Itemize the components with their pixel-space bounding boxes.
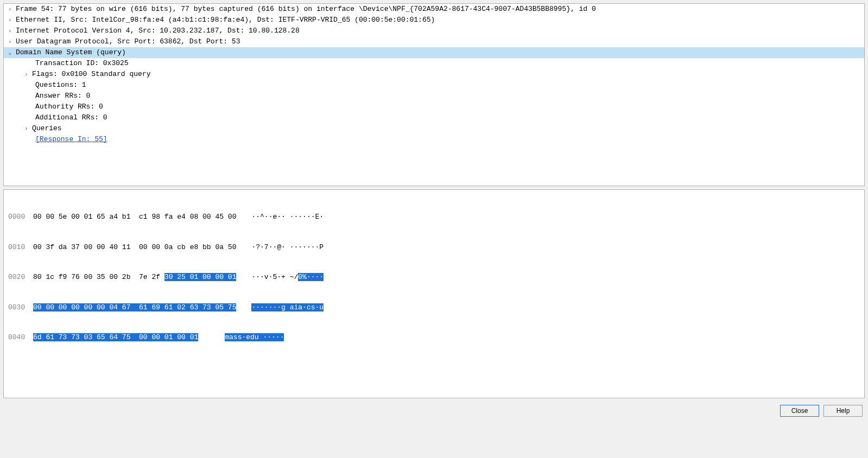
- chevron-right-icon[interactable]: ›: [24, 69, 32, 80]
- tree-row-udp[interactable]: › User Datagram Protocol, Src Port: 6386…: [4, 36, 864, 47]
- dns-text: Domain Name System (query): [16, 47, 126, 58]
- additional-text: Additional RRs: 0: [35, 112, 107, 123]
- authority-text: Authority RRs: 0: [35, 101, 103, 112]
- hex-row[interactable]: 0030 00 00 00 00 00 00 04 67 61 69 61 02…: [8, 303, 860, 313]
- tree-row-transaction[interactable]: Transaction ID: 0x3025: [4, 58, 864, 69]
- tree-row-ip[interactable]: › Internet Protocol Version 4, Src: 10.2…: [4, 26, 864, 36]
- hex-row[interactable]: 0040 6d 61 73 73 03 65 64 75 00 00 01 00…: [8, 333, 860, 343]
- chevron-right-icon[interactable]: ›: [8, 4, 16, 15]
- tree-row-ethernet[interactable]: › Ethernet II, Src: IntelCor_98:fa:e4 (a…: [4, 15, 864, 26]
- hex-ascii: ···v·5·+ ~/0%····: [251, 272, 324, 283]
- chevron-right-icon[interactable]: ›: [8, 26, 16, 36]
- hex-bytes: 80 1c f9 76 00 35 00 2b 7e 2f 30 25 01 0…: [33, 272, 236, 283]
- chevron-right-icon[interactable]: ›: [8, 15, 16, 26]
- answer-text: Answer RRs: 0: [35, 91, 90, 101]
- tree-row-answer[interactable]: Answer RRs: 0: [4, 91, 864, 101]
- questions-text: Questions: 1: [35, 80, 86, 91]
- tree-row-additional[interactable]: Additional RRs: 0: [4, 112, 864, 123]
- chevron-down-icon[interactable]: ⌄: [8, 47, 16, 58]
- hex-bytes: 00 00 00 00 00 00 04 67 61 69 61 02 63 7…: [33, 303, 236, 313]
- hex-bytes: 00 3f da 37 00 00 40 11 00 00 0a cb e8 b…: [33, 243, 236, 253]
- tree-row-dns[interactable]: ⌄ Domain Name System (query): [4, 47, 864, 58]
- queries-text: Queries: [32, 123, 62, 134]
- tree-row-queries[interactable]: › Queries: [4, 123, 864, 134]
- hex-row[interactable]: 0010 00 3f da 37 00 00 40 11 00 00 0a cb…: [8, 243, 860, 253]
- hex-ascii: ·······g aia·cs·u: [251, 303, 324, 313]
- chevron-right-icon[interactable]: ›: [24, 123, 32, 134]
- help-button[interactable]: Help: [823, 405, 863, 417]
- response-link[interactable]: [Response In: 55]: [35, 134, 107, 145]
- hex-ascii: ·?·7··@· ·······P: [251, 243, 324, 253]
- hex-ascii: mass·edu ·····: [225, 333, 284, 343]
- tree-row-questions[interactable]: Questions: 1: [4, 80, 864, 91]
- hex-row[interactable]: 0020 80 1c f9 76 00 35 00 2b 7e 2f 30 25…: [8, 272, 860, 283]
- tree-row-response[interactable]: [Response In: 55]: [4, 134, 864, 145]
- hex-bytes: 00 00 5e 00 01 65 a4 b1 c1 98 fa e4 08 0…: [33, 212, 236, 222]
- udp-text: User Datagram Protocol, Src Port: 63862,…: [16, 36, 240, 47]
- ethernet-text: Ethernet II, Src: IntelCor_98:fa:e4 (a4:…: [16, 15, 435, 26]
- close-button[interactable]: Close: [780, 405, 819, 417]
- chevron-right-icon[interactable]: ›: [8, 36, 16, 47]
- hex-row[interactable]: 0000 00 00 5e 00 01 65 a4 b1 c1 98 fa e4…: [8, 212, 860, 222]
- ip-text: Internet Protocol Version 4, Src: 10.203…: [16, 26, 300, 36]
- hex-offset: 0040: [8, 333, 33, 343]
- button-bar: Close Help: [3, 402, 865, 417]
- tree-row-flags[interactable]: › Flags: 0x0100 Standard query: [4, 69, 864, 80]
- tree-row-authority[interactable]: Authority RRs: 0: [4, 101, 864, 112]
- hex-dump-panel[interactable]: 0000 00 00 5e 00 01 65 a4 b1 c1 98 fa e4…: [3, 189, 865, 398]
- hex-offset: 0030: [8, 303, 33, 313]
- hex-ascii: ··^··e·· ······E·: [251, 212, 324, 222]
- tree-row-frame[interactable]: › Frame 54: 77 bytes on wire (616 bits),…: [4, 4, 864, 15]
- frame-text: Frame 54: 77 bytes on wire (616 bits), 7…: [16, 4, 596, 15]
- transaction-text: Transaction ID: 0x3025: [35, 58, 129, 69]
- hex-bytes: 6d 61 73 73 03 65 64 75 00 00 01 00 01: [33, 333, 198, 343]
- hex-offset: 0010: [8, 243, 33, 253]
- hex-offset: 0000: [8, 212, 33, 222]
- flags-text: Flags: 0x0100 Standard query: [32, 69, 150, 80]
- packet-details-panel[interactable]: › Frame 54: 77 bytes on wire (616 bits),…: [3, 3, 865, 186]
- hex-offset: 0020: [8, 272, 33, 283]
